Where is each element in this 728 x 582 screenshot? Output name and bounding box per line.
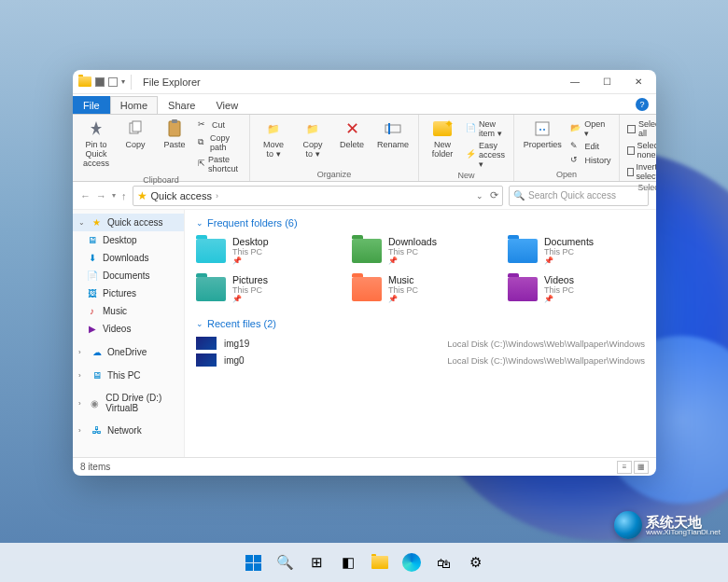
widgets-button[interactable]: ◧ (335, 549, 361, 575)
pictures-icon: 🖼 (86, 287, 98, 299)
details-view-button[interactable]: ≡ (617, 461, 632, 474)
folder-pictures[interactable]: PicturesThis PC📌 (196, 274, 333, 303)
svg-point-8 (543, 129, 545, 131)
select-all-button[interactable]: Select all (625, 118, 656, 139)
store-taskbar-icon[interactable]: 🛍 (430, 549, 456, 575)
sidebar-item-documents[interactable]: 📄Documents (73, 267, 184, 284)
sidebar-item-quick-access[interactable]: ⌄★Quick access (73, 214, 184, 231)
back-button[interactable]: ← (80, 190, 91, 201)
rename-button[interactable]: Rename (373, 117, 413, 152)
file-path: Local Disk (C:)\Windows\Web\Wallpaper\Wi… (447, 339, 645, 349)
forward-button[interactable]: → (96, 190, 106, 201)
item-count: 8 items (80, 462, 110, 472)
tab-home[interactable]: Home (110, 96, 158, 114)
sidebar-item-music[interactable]: ♪Music (73, 302, 184, 320)
paste-shortcut-button[interactable]: ⇱Paste shortcut (196, 154, 244, 174)
watermark: 系统天地 www.XiTongTianDi.net (614, 511, 721, 539)
minimize-button[interactable]: ― (567, 74, 583, 90)
sidebar-item-onedrive[interactable]: ›☁OneDrive (73, 343, 184, 361)
frequent-folders-header[interactable]: ⌄Frequent folders (6) (196, 217, 645, 229)
recent-files-header[interactable]: ⌄Recent files (2) (196, 318, 645, 329)
ribbon-group-new: ✦New folder 📄New item ▾ ⚡Easy access ▾ N… (419, 115, 514, 181)
copy-to-button[interactable]: 📁Copy to ▾ (295, 117, 330, 161)
new-item-button[interactable]: 📄New item ▾ (464, 118, 508, 139)
history-button[interactable]: ↺History (568, 154, 613, 167)
file-explorer-taskbar-icon[interactable] (367, 549, 393, 575)
tab-share[interactable]: Share (158, 96, 205, 114)
settings-taskbar-icon[interactable]: ⚙ (462, 549, 488, 575)
tab-view[interactable]: View (205, 96, 248, 114)
up-button[interactable]: ↑ (121, 190, 127, 201)
copy-button[interactable]: Copy (118, 117, 153, 152)
edge-taskbar-icon[interactable] (399, 549, 425, 575)
search-box[interactable]: 🔍 Search Quick access (509, 186, 649, 206)
move-to-button[interactable]: 📁Move to ▾ (256, 117, 291, 161)
copyto-icon: 📁 (302, 118, 323, 139)
desktop-icon: 🖥 (86, 234, 98, 246)
sidebar-item-cd-drive[interactable]: ›◉CD Drive (D:) VirtualB (73, 390, 184, 416)
folder-downloads[interactable]: DownloadsThis PC📌 (352, 236, 489, 265)
file-name: img19 (224, 339, 249, 349)
copy-icon (125, 118, 146, 139)
qat-button-2[interactable] (108, 77, 118, 87)
task-view-button[interactable]: ⊞ (303, 549, 329, 575)
recent-button[interactable]: ▾ (112, 191, 116, 200)
folder-icon (196, 239, 226, 263)
invert-selection-button[interactable]: Invert selection (625, 161, 656, 182)
qat-button-1[interactable] (95, 77, 105, 87)
folder-music[interactable]: MusicThis PC📌 (352, 274, 489, 303)
start-button[interactable] (240, 549, 266, 575)
sidebar-item-videos[interactable]: ▶Videos (73, 320, 184, 338)
refresh-button[interactable]: ⟳ (490, 189, 498, 201)
icons-view-button[interactable]: ▦ (634, 461, 649, 474)
pin-icon (86, 118, 106, 139)
taskbar-search-button[interactable]: 🔍 (272, 549, 298, 575)
new-folder-button[interactable]: ✦New folder (425, 117, 460, 161)
file-item[interactable]: img0Local Disk (C:)\Windows\Web\Wallpape… (196, 353, 645, 367)
select-all-icon (627, 125, 636, 133)
dropdown-icon[interactable]: ⌄ (476, 191, 483, 201)
tab-file[interactable]: File (73, 96, 110, 114)
close-button[interactable]: ✕ (630, 74, 647, 90)
delete-button[interactable]: ✕Delete (334, 117, 370, 152)
sidebar-item-network[interactable]: ›🖧Network (73, 422, 184, 439)
recent-files-list: img19Local Disk (C:)\Windows\Web\Wallpap… (196, 337, 645, 367)
maximize-button[interactable]: ☐ (598, 74, 615, 90)
folder-videos[interactable]: VideosThis PC📌 (508, 274, 645, 303)
qat-dropdown-icon[interactable]: ▾ (121, 77, 125, 86)
open-icon: 📂 (570, 123, 581, 134)
help-button[interactable]: ? (636, 98, 649, 111)
easy-access-button[interactable]: ⚡Easy access ▾ (464, 140, 508, 170)
sidebar-item-downloads[interactable]: ⬇Downloads (73, 249, 184, 267)
copy-path-button[interactable]: ⧉Copy path (196, 132, 244, 153)
folder-icon (508, 277, 538, 301)
folder-desktop[interactable]: DesktopThis PC📌 (196, 236, 333, 265)
folder-documents[interactable]: DocumentsThis PC📌 (508, 236, 645, 265)
this-pc-icon: 🖥 (91, 369, 103, 381)
svg-rect-2 (169, 121, 180, 136)
edit-button[interactable]: ✎Edit (568, 140, 613, 153)
onedrive-icon: ☁ (91, 346, 103, 358)
sidebar-item-desktop[interactable]: 🖥Desktop (73, 231, 184, 249)
app-icon (78, 76, 91, 87)
delete-icon: ✕ (342, 118, 362, 139)
window-title: File Explorer (143, 76, 201, 88)
file-item[interactable]: img19Local Disk (C:)\Windows\Web\Wallpap… (196, 337, 645, 350)
chevron-right-icon[interactable]: › (216, 191, 218, 201)
open-button[interactable]: 📂Open ▾ (568, 118, 613, 139)
file-thumbnail (196, 337, 217, 350)
paste-button[interactable]: Paste (157, 117, 192, 152)
titlebar: ▾ File Explorer ― ☐ ✕ (73, 70, 656, 94)
select-none-button[interactable]: Select none (625, 140, 656, 160)
cut-button[interactable]: ✂Cut (196, 118, 244, 132)
properties-button[interactable]: Properties (520, 117, 565, 152)
open-group-label: Open (520, 169, 613, 179)
pin-quick-access-button[interactable]: Pin to Quick access (78, 117, 114, 171)
file-name: img0 (224, 355, 245, 366)
ribbon-group-open: Properties 📂Open ▾ ✎Edit ↺History Open (514, 115, 620, 181)
sidebar-item-this-pc[interactable]: ›🖥This PC (73, 367, 184, 384)
address-bar[interactable]: ★ Quick access › ⌄ ⟳ (133, 186, 504, 206)
breadcrumb[interactable]: Quick access (151, 190, 212, 201)
sidebar-item-pictures[interactable]: 🖼Pictures (73, 284, 184, 302)
svg-point-7 (539, 129, 541, 131)
